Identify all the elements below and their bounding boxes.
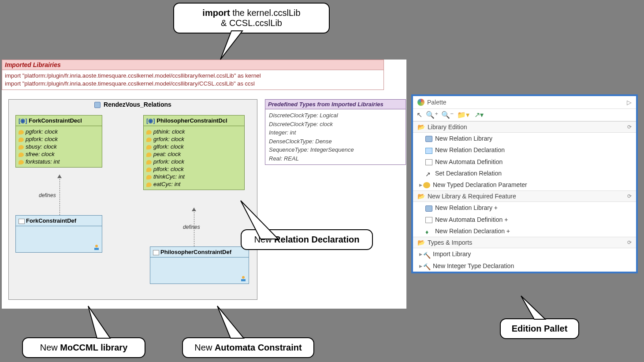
arrowhead-icon (57, 175, 62, 178)
decl-body: pthink: clock grfork: clock glfork: cloc… (144, 126, 244, 190)
defines-label: defines (183, 224, 200, 230)
palette-item-new-integer-type-declaration[interactable]: ▸🔨New Integer Type Declaration (413, 260, 636, 272)
library-title-text: RendezVous_Relations (104, 101, 171, 108)
diagram-canvas: Imported Librairies import "platform:/pl… (2, 60, 406, 309)
zoom-in-icon[interactable]: 🔍⁺ (426, 111, 438, 119)
collapse-icon[interactable]: ▷ (627, 99, 632, 106)
person-icon (93, 244, 100, 250)
svg-rect-1 (94, 248, 99, 250)
param-icon (19, 160, 24, 164)
param-icon (146, 138, 152, 142)
param-icon (146, 168, 152, 172)
palette-item-new-automata-definition-plus[interactable]: New Automata Definition + (413, 214, 636, 225)
param-icon (19, 145, 24, 149)
callout-tail (519, 294, 550, 320)
svg-marker-5 (241, 201, 278, 239)
type-item: DiscreteClockType: clock (269, 120, 402, 129)
callout-edition-pallet: Edition Pallet (500, 318, 579, 339)
folder-open-icon: 📂 (417, 239, 425, 246)
types-body: DiscreteClockType: Logical DiscreteClock… (265, 109, 406, 164)
palette-item-import-library[interactable]: ▸🔨Import Library (413, 248, 636, 260)
library-icon (425, 136, 432, 142)
param-icon (19, 138, 24, 142)
svg-point-0 (95, 245, 98, 247)
automata-icon (425, 159, 432, 165)
palette-item-new-relation-declaration-plus[interactable]: ♦New Relation Declaration + (413, 225, 636, 237)
decl-header: [◉] PhilosopherConstraintDcl (144, 116, 244, 126)
folder-open-icon: 📂 (417, 123, 425, 131)
refresh-icon[interactable]: ⟳ (627, 193, 632, 199)
palette-section-required-feature[interactable]: 📂 New Library & Required Feature ⟳ (413, 190, 636, 202)
decl-body: pgfork: clock ppfork: clock sbusy: clock… (16, 126, 102, 167)
palette-panel: Palette ▷ ↖ 🔍⁺ 🔍⁻ 📁▾ ↗▾ 📂 Library Editio… (411, 94, 638, 273)
callout-automata-constraint: New Automata Constraint (182, 337, 314, 358)
automata-icon (153, 250, 159, 255)
defines-edge (60, 175, 60, 215)
fork-constraint-decl[interactable]: [◉] ForkConstraintDecl pgfork: clock ppf… (15, 115, 102, 168)
folder-icon[interactable]: 📁▾ (457, 111, 469, 119)
import-line-1: import "platform:/plugin/fr.inria.aoste.… (5, 72, 381, 80)
plus-icon: ♦ (425, 228, 432, 235)
palette-item-new-relation-library[interactable]: New Relation Library (413, 133, 636, 144)
palette-item-new-automata-definition[interactable]: New Automata Definition (413, 156, 636, 168)
type-item: SequenceType: IntegerSequence (269, 146, 402, 154)
types-title: Predefined Types from Imported Librairie… (265, 100, 406, 109)
palette-section-library-edition[interactable]: 📂 Library Edition ⟳ (413, 121, 636, 133)
palette-title-bar: Palette ▷ (413, 96, 636, 108)
svg-rect-3 (241, 279, 246, 281)
library-container[interactable]: RendezVous_Relations [◉] ForkConstraintD… (8, 99, 257, 300)
palette-item-new-relation-library-plus[interactable]: New Relation Library + (413, 202, 636, 213)
param-icon (146, 153, 152, 157)
def-header: PhilosopherConstraintDef (150, 247, 249, 258)
callout-tail (238, 198, 291, 240)
svg-point-2 (242, 276, 245, 279)
automata-icon (425, 217, 432, 223)
defines-label: defines (39, 192, 56, 198)
person-icon (240, 276, 247, 282)
type-item: DenseClockType: Dense (269, 137, 402, 146)
param-icon (146, 160, 152, 164)
library-title: RendezVous_Relations (9, 100, 257, 109)
hammer-icon: 🔨 (423, 263, 430, 269)
param-icon (146, 130, 152, 134)
param-icon (19, 153, 24, 157)
import-line-2: import "platform:/plugin/fr.inria.aoste.… (5, 80, 381, 88)
palette-item-set-declaration-relation[interactable]: ↗Set Declaration Relation (413, 168, 636, 179)
automata-icon (19, 219, 25, 224)
callout-tail (218, 31, 245, 62)
declaration-icon (425, 148, 432, 154)
type-item: Integer: int (269, 128, 402, 137)
callout-import: import the kernel.ccslLib & CCSL.ccslLib (173, 3, 330, 34)
param-icon (146, 145, 152, 149)
zoom-out-icon[interactable]: 🔍⁻ (441, 111, 454, 119)
relation-icon: ↗ (425, 171, 432, 177)
imported-libraries-body: import "platform:/plugin/fr.inria.aoste.… (2, 70, 383, 90)
def-header: ForkConstraintDef (16, 216, 102, 226)
callout-moccml-library: New MoCCML library (22, 337, 145, 358)
decl-header: [◉] ForkConstraintDecl (16, 116, 102, 126)
palette-section-types-imports[interactable]: 📂 Types & Imports ⟳ (413, 237, 636, 248)
folder-open-icon: 📂 (417, 193, 425, 200)
param-icon (19, 130, 24, 134)
palette-item-new-relation-declaration[interactable]: New Relation Declaration (413, 144, 636, 156)
fork-constraint-def[interactable]: ForkConstraintDef (15, 215, 102, 253)
imported-libraries-panel: Imported Librairies import "platform:/pl… (2, 60, 384, 90)
cursor-icon[interactable]: ↖ (417, 111, 422, 119)
refresh-icon[interactable]: ⟳ (627, 124, 632, 130)
philosopher-constraint-decl[interactable]: [◉] PhilosopherConstraintDcl pthink: clo… (143, 115, 245, 190)
palette-icon (417, 99, 424, 106)
param-icon (146, 183, 152, 187)
palette-item-new-typed-declaration-parameter[interactable]: ▸New Typed Declaration Parameter (413, 179, 636, 190)
param-icon (146, 175, 152, 179)
library-icon (94, 102, 101, 108)
svg-marker-4 (220, 31, 242, 60)
svg-marker-7 (88, 306, 110, 338)
refresh-icon[interactable]: ⟳ (627, 239, 632, 246)
predefined-types-panel: Predefined Types from Imported Librairie… (265, 99, 406, 165)
philosopher-constraint-def[interactable]: PhilosopherConstraintDef (150, 246, 249, 284)
svg-marker-6 (521, 296, 545, 319)
param-icon (423, 182, 430, 188)
callout-tail (215, 304, 250, 339)
palette-title-text: Palette (427, 99, 447, 106)
export-icon[interactable]: ↗▾ (474, 111, 484, 119)
